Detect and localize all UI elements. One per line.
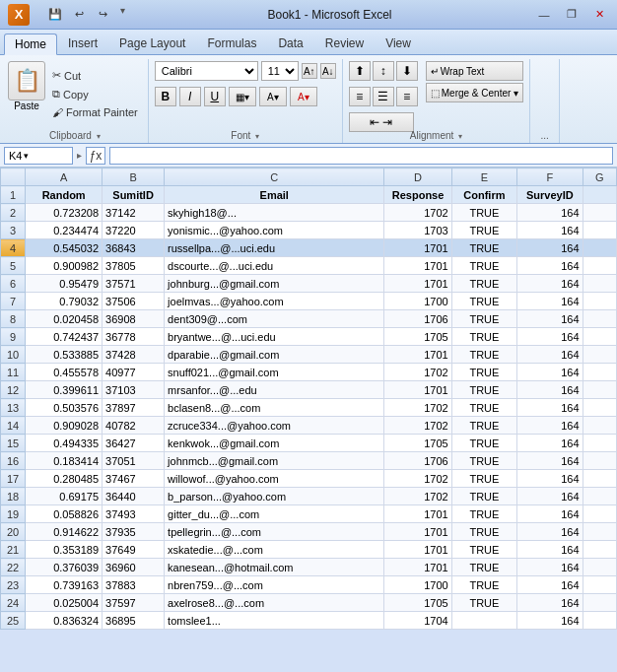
cell-C9[interactable]: bryantwe...@...uci.edu [165, 328, 384, 346]
cell-A24[interactable]: 0.025004 [26, 594, 103, 612]
cell-D21[interactable]: 1701 [384, 541, 451, 559]
cell-D2[interactable]: 1702 [384, 204, 451, 222]
borders-button[interactable]: ▦▾ [229, 87, 256, 106]
font-color-button[interactable]: A▾ [290, 87, 317, 106]
cell-reference-box[interactable]: K4 ▾ [4, 147, 73, 165]
cell-B22[interactable]: 36960 [103, 559, 165, 576]
cell-A4[interactable]: 0.545032 [26, 239, 103, 257]
align-right-button[interactable]: ≡ [396, 87, 418, 106]
cell-D4[interactable]: 1701 [384, 239, 451, 257]
row-header-19[interactable]: 19 [1, 505, 26, 523]
cell-F19[interactable]: 164 [517, 505, 583, 523]
cell-E10[interactable]: TRUE [451, 346, 516, 364]
cell-B13[interactable]: 37897 [103, 399, 165, 417]
cell-D8[interactable]: 1706 [384, 310, 451, 328]
indent-decrease-button[interactable]: ⇤ ⇥ [349, 112, 414, 132]
decrease-font-button[interactable]: A↓ [320, 63, 336, 79]
row-header-12[interactable]: 12 [1, 381, 26, 399]
font-family-select[interactable]: Calibri [155, 61, 258, 81]
cell-B21[interactable]: 37649 [103, 541, 165, 559]
cell-G25[interactable] [583, 612, 616, 630]
cell-A18[interactable]: 0.69175 [26, 488, 103, 505]
cell-D17[interactable]: 1702 [384, 470, 451, 488]
col-header-D[interactable]: D [384, 168, 451, 186]
row-header-22[interactable]: 22 [1, 559, 26, 576]
cell-D16[interactable]: 1706 [384, 452, 451, 470]
cell-B19[interactable]: 37493 [103, 505, 165, 523]
cell-F20[interactable]: 164 [517, 523, 583, 541]
cell-F12[interactable]: 164 [517, 381, 583, 399]
row-header-14[interactable]: 14 [1, 417, 26, 435]
cell-A1[interactable]: Random [26, 186, 103, 204]
cell-B20[interactable]: 37935 [103, 523, 165, 541]
close-button[interactable]: ✕ [589, 5, 609, 25]
cell-F17[interactable]: 164 [517, 470, 583, 488]
cell-B8[interactable]: 36908 [103, 310, 165, 328]
cell-F18[interactable]: 164 [517, 488, 583, 505]
merge-center-button[interactable]: ⬚ Merge & Center ▾ [426, 83, 523, 102]
cell-G7[interactable] [583, 293, 616, 310]
cell-A3[interactable]: 0.234474 [26, 222, 103, 239]
cell-D12[interactable]: 1701 [384, 381, 451, 399]
cell-E23[interactable]: TRUE [451, 576, 516, 594]
cell-C11[interactable]: snuff021...@gmail.com [165, 364, 384, 381]
cell-G13[interactable] [583, 399, 616, 417]
col-header-E[interactable]: E [451, 168, 516, 186]
cell-G10[interactable] [583, 346, 616, 364]
cell-G20[interactable] [583, 523, 616, 541]
cell-E24[interactable]: TRUE [451, 594, 516, 612]
cell-G16[interactable] [583, 452, 616, 470]
cell-F21[interactable]: 164 [517, 541, 583, 559]
cell-G6[interactable] [583, 275, 616, 293]
cell-C7[interactable]: joelmvas...@yahoo.com [165, 293, 384, 310]
cell-G2[interactable] [583, 204, 616, 222]
redo-qat-button[interactable]: ↪ [93, 5, 112, 25]
cell-C23[interactable]: nbren759...@...com [165, 576, 384, 594]
cell-B3[interactable]: 37220 [103, 222, 165, 239]
cell-B11[interactable]: 40977 [103, 364, 165, 381]
cell-B17[interactable]: 37467 [103, 470, 165, 488]
cell-E8[interactable]: TRUE [451, 310, 516, 328]
cell-F2[interactable]: 164 [517, 204, 583, 222]
cell-G14[interactable] [583, 417, 616, 435]
cell-F4[interactable]: 164 [517, 239, 583, 257]
row-header-13[interactable]: 13 [1, 399, 26, 417]
row-header-3[interactable]: 3 [1, 222, 26, 239]
cell-B10[interactable]: 37428 [103, 346, 165, 364]
col-header-B[interactable]: B [103, 168, 165, 186]
cell-G15[interactable] [583, 435, 616, 452]
cell-G21[interactable] [583, 541, 616, 559]
row-header-25[interactable]: 25 [1, 612, 26, 630]
cell-E20[interactable]: TRUE [451, 523, 516, 541]
cell-B23[interactable]: 37883 [103, 576, 165, 594]
cell-F3[interactable]: 164 [517, 222, 583, 239]
cell-A14[interactable]: 0.909028 [26, 417, 103, 435]
cell-G24[interactable] [583, 594, 616, 612]
row-header-9[interactable]: 9 [1, 328, 26, 346]
cell-D6[interactable]: 1701 [384, 275, 451, 293]
cell-A17[interactable]: 0.280485 [26, 470, 103, 488]
cell-C19[interactable]: gitter_du...@...com [165, 505, 384, 523]
copy-button[interactable]: ⧉ Copy [48, 86, 142, 102]
cell-G1[interactable] [583, 186, 616, 204]
cell-G8[interactable] [583, 310, 616, 328]
cell-B2[interactable]: 37142 [103, 204, 165, 222]
cell-A22[interactable]: 0.376039 [26, 559, 103, 576]
save-qat-button[interactable]: 💾 [45, 5, 65, 25]
cell-G18[interactable] [583, 488, 616, 505]
cell-C17[interactable]: willowof...@yahoo.com [165, 470, 384, 488]
cell-F15[interactable]: 164 [517, 435, 583, 452]
cell-C14[interactable]: zcruce334...@yahoo.com [165, 417, 384, 435]
cell-B16[interactable]: 37051 [103, 452, 165, 470]
cell-F24[interactable]: 164 [517, 594, 583, 612]
cell-A5[interactable]: 0.900982 [26, 257, 103, 275]
cell-C12[interactable]: mrsanfor...@...edu [165, 381, 384, 399]
cell-E4[interactable]: TRUE [451, 239, 516, 257]
italic-button[interactable]: I [179, 87, 201, 106]
cell-B1[interactable]: SumitID [103, 186, 165, 204]
cell-C6[interactable]: johnburg...@gmail.com [165, 275, 384, 293]
col-header-C[interactable]: C [165, 168, 384, 186]
cell-C5[interactable]: dscourte...@...uci.edu [165, 257, 384, 275]
cell-G9[interactable] [583, 328, 616, 346]
cell-C21[interactable]: xskatedie...@...com [165, 541, 384, 559]
